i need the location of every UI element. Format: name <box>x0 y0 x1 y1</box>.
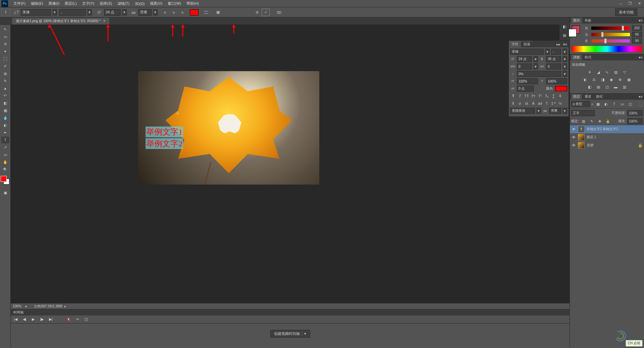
stamp-tool[interactable]: ▲ <box>1 85 9 92</box>
tab-close-icon[interactable]: × <box>103 19 105 23</box>
r-slider[interactable] <box>591 27 630 30</box>
paragraph-tab[interactable]: 段落 <box>521 41 533 47</box>
layer-name[interactable]: 背景 <box>587 143 593 148</box>
char-lang-arrow[interactable]: ▾ <box>536 108 541 114</box>
vibrance-adjustment-icon[interactable]: ▽ <box>621 69 628 75</box>
font-style-dropdown[interactable]: - <box>59 9 86 16</box>
ime-indicator[interactable]: CH 必简 <box>626 340 643 347</box>
lock-all-icon[interactable]: 🔒 <box>604 118 611 124</box>
foreground-color[interactable] <box>1 176 7 182</box>
prev-frame-button[interactable]: ◀| <box>21 316 28 322</box>
channelmixer-adjustment-icon[interactable]: ⊕ <box>617 77 624 83</box>
layer-row-image[interactable]: 👁 图层 1 <box>570 133 644 141</box>
shape-tool[interactable]: ▭ <box>1 151 9 158</box>
smallcaps-button[interactable]: Tᴛ <box>530 93 536 99</box>
zoom-arrow-icon[interactable]: ▸ <box>25 304 27 308</box>
ot-swash-button[interactable]: A <box>530 100 536 106</box>
ot-titling-button[interactable]: T <box>544 100 550 106</box>
timeline-tab[interactable]: 时间轴 <box>11 309 570 315</box>
layer-thumbnail[interactable] <box>578 134 585 141</box>
exposure-adjustment-icon[interactable]: ▨ <box>612 69 619 75</box>
menu-3d[interactable]: 3D(D) <box>132 1 147 7</box>
antialias-dropdown[interactable]: 浑厚 <box>138 9 152 16</box>
font-style-arrow[interactable]: ▾ <box>87 9 92 15</box>
brightness-adjustment-icon[interactable]: ☀ <box>586 69 593 75</box>
goto-first-button[interactable]: |◀ <box>13 316 19 322</box>
b-slider[interactable] <box>591 39 630 43</box>
move-tool[interactable]: ↖ <box>1 26 9 33</box>
hand-tool[interactable]: ✋ <box>1 159 9 165</box>
blur-tool[interactable]: 💧 <box>1 114 9 121</box>
char-aa-arrow[interactable]: ▾ <box>562 108 567 114</box>
healing-tool[interactable]: ◍ <box>1 70 9 77</box>
char-size-arrow[interactable]: ▾ <box>533 56 538 62</box>
font-size-input[interactable]: 24 点 <box>104 9 121 16</box>
panel-collapse-icon[interactable]: ▸▸ <box>555 42 562 47</box>
ot-fractions-button[interactable]: ½ <box>557 100 563 106</box>
split-clip-button[interactable]: ✂ <box>74 316 80 322</box>
menu-file[interactable]: 文件(F) <box>11 0 28 7</box>
wand-tool[interactable]: ✦ <box>1 48 9 55</box>
blend-mode-dropdown[interactable]: 正常 <box>571 110 595 116</box>
type-tool[interactable]: T <box>1 137 9 143</box>
char-baseline[interactable]: 0 点 <box>517 86 534 92</box>
swatches-tab[interactable]: 色板 <box>583 18 593 23</box>
ot-discretionary-button[interactable]: st <box>524 100 530 106</box>
styles-tab[interactable]: 样式 <box>583 55 593 60</box>
menu-select[interactable]: 选择(S) <box>97 0 115 7</box>
bg-color-preview[interactable] <box>569 29 577 37</box>
char-font-family[interactable]: 宋体 <box>510 49 544 55</box>
layers-tab[interactable]: 图层 <box>571 94 582 99</box>
zoom-level[interactable]: 100% <box>13 304 21 308</box>
g-value[interactable]: 66 <box>632 32 642 37</box>
filter-pixel-icon[interactable]: ▦ <box>595 101 601 107</box>
crop-tool[interactable]: ⛶ <box>1 55 9 62</box>
layer-row-text[interactable]: 👁 T 举例文字1 举例文字2 <box>570 125 644 133</box>
colorbalance-adjustment-icon[interactable]: ⚖ <box>591 77 597 83</box>
menu-view[interactable]: 视图(V) <box>147 0 165 7</box>
threshold-adjustment-icon[interactable]: ◫ <box>604 84 610 90</box>
document-tab[interactable]: 图片素材1.png @ 100% (举例文字1 举例文字2, RGB/8) * … <box>12 18 109 24</box>
document-canvas[interactable]: 举例文字1 举例文字2 ☟ <box>138 71 319 185</box>
invert-adjustment-icon[interactable]: ◧ <box>586 84 593 90</box>
align-center-button[interactable]: ≡ <box>170 9 178 16</box>
char-leading[interactable]: 36 点 <box>546 56 561 62</box>
color-tab[interactable]: 颜色 <box>571 18 582 23</box>
ot-ordinals-button[interactable]: 1ˢᵗ <box>550 100 556 106</box>
history-brush-tool[interactable]: ↶ <box>1 92 9 99</box>
align-right-button[interactable]: ≡ <box>178 9 186 16</box>
g-slider[interactable] <box>591 33 630 36</box>
char-tracking[interactable]: 0 <box>546 63 561 69</box>
adjustments-tab[interactable]: 调整 <box>571 55 582 60</box>
b-value[interactable]: 88 <box>632 38 642 44</box>
eraser-tool[interactable]: ◧ <box>1 100 9 106</box>
menu-window[interactable]: 窗口(W) <box>165 0 184 7</box>
char-scale-arrow[interactable]: ▾ <box>562 71 567 77</box>
layer-thumbnail[interactable] <box>578 142 585 149</box>
font-family-dropdown[interactable]: 宋体 <box>21 9 51 16</box>
font-family-arrow[interactable]: ▾ <box>52 9 57 15</box>
filter-adjustment-icon[interactable]: ◐ <box>603 101 609 107</box>
align-left-button[interactable]: ≡ <box>161 9 169 16</box>
char-leading-arrow[interactable]: ▾ <box>562 56 567 62</box>
workspace-switcher[interactable]: 基本功能 <box>615 8 637 16</box>
selectivecolor-adjustment-icon[interactable]: ▥ <box>621 84 628 90</box>
char-font-size[interactable]: 24 点 <box>517 56 532 62</box>
opacity-input[interactable]: 100% <box>627 110 643 116</box>
audio-mute-button[interactable]: 🔇 <box>66 316 72 322</box>
color-panel-menu-icon[interactable]: ▾≡ <box>639 18 643 23</box>
strikethrough-button[interactable]: T <box>557 93 563 99</box>
ot-contextual-button[interactable]: σ <box>517 100 523 106</box>
eyedropper-tool[interactable]: ✐ <box>1 63 9 69</box>
goto-last-button[interactable]: ▶| <box>48 316 54 322</box>
text-color-swatch[interactable] <box>190 9 199 15</box>
char-scale-v[interactable]: 100% <box>517 78 538 84</box>
posterize-adjustment-icon[interactable]: ▤ <box>595 84 602 90</box>
panel-menu-icon[interactable]: ▾≡ <box>562 42 569 47</box>
menu-image[interactable]: 图像(I) <box>46 0 62 7</box>
underline-button[interactable]: T <box>550 93 556 99</box>
hue-adjustment-icon[interactable]: ◐ <box>582 77 589 83</box>
menu-type[interactable]: 文字(Y) <box>79 0 97 7</box>
char-font-style[interactable]: - <box>551 49 561 55</box>
paths-tab[interactable]: 路径 <box>594 94 605 99</box>
